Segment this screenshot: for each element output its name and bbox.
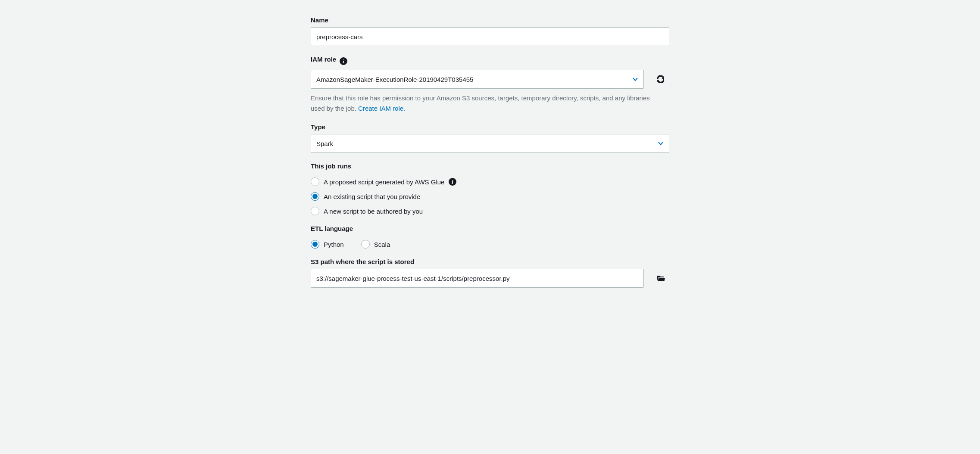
svg-text:i: i [452,179,454,185]
radio-checked [311,192,319,201]
job-runs-option-new[interactable]: A new script to be authored by you [311,207,669,215]
type-label: Type [311,123,325,131]
etl-language-radio-group: Python Scala [311,240,669,249]
radio-label: A new script to be authored by you [324,208,423,215]
chevron-down-icon [658,140,664,146]
job-runs-radio-group: A proposed script generated by AWS Glue … [311,177,669,215]
browse-button[interactable] [655,273,667,284]
radio-unchecked [311,207,319,215]
radio-unchecked [361,240,370,249]
job-runs-option-existing[interactable]: An existing script that you provide [311,192,669,201]
refresh-icon [657,75,665,83]
refresh-button[interactable] [655,74,666,85]
type-select[interactable]: Spark [311,134,669,153]
type-selected: Spark [316,140,333,147]
info-icon[interactable]: i [340,57,347,65]
name-label: Name [311,16,328,24]
s3-path-input[interactable] [311,269,644,288]
create-iam-role-link[interactable]: Create IAM role. [358,105,405,112]
folder-open-icon [657,274,665,282]
radio-label: A proposed script generated by AWS Glue [324,178,444,186]
radio-label: An existing script that you provide [324,193,420,200]
iam-role-label: IAM role [311,56,336,63]
radio-unchecked [311,177,319,186]
radio-label: Python [324,241,344,248]
s3-path-label: S3 path where the script is stored [311,258,414,265]
job-runs-group: This job runs A proposed script generate… [311,162,669,215]
etl-option-scala[interactable]: Scala [361,240,390,249]
info-icon[interactable]: i [449,178,456,186]
page-title: Configure the job properties [311,0,669,3]
etl-option-python[interactable]: Python [311,240,344,249]
job-runs-option-proposed[interactable]: A proposed script generated by AWS Glue … [311,177,669,186]
iam-role-help: Ensure that this role has permission to … [311,93,664,114]
name-group: Name [311,16,669,46]
chevron-down-icon [632,76,638,82]
radio-label: Scala [374,241,390,248]
type-group: Type Spark [311,123,669,153]
s3-path-group: S3 path where the script is stored [311,258,669,288]
radio-checked [311,240,319,249]
etl-language-label: ETL language [311,225,353,232]
name-input[interactable] [311,27,669,46]
iam-role-selected: AmazonSageMaker-ExecutionRole-20190429T0… [316,76,473,83]
etl-language-group: ETL language Python Scala [311,225,669,249]
iam-role-select[interactable]: AmazonSageMaker-ExecutionRole-20190429T0… [311,70,644,89]
iam-role-group: IAM role i AmazonSageMaker-ExecutionRole… [311,56,669,114]
job-runs-label: This job runs [311,162,351,170]
svg-text:i: i [343,58,344,64]
